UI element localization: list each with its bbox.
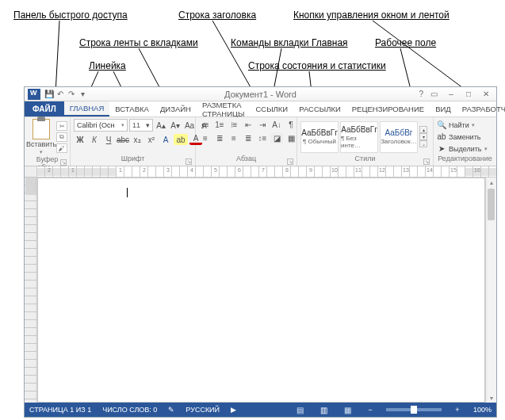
highlight-icon[interactable]: ab	[174, 134, 188, 145]
svg-line-0	[55, 21, 59, 94]
help-icon[interactable]: ?	[419, 90, 423, 98]
replace-button[interactable]: ab Заменить	[437, 132, 480, 143]
multilevel-list-icon[interactable]: ⁝≡	[228, 119, 240, 130]
subscript-icon[interactable]: x₂	[131, 134, 143, 145]
shrink-font-icon[interactable]: A▾	[169, 120, 182, 131]
ribbon-display-options-icon[interactable]: ▭	[425, 87, 442, 100]
find-icon: 🔍	[437, 120, 446, 130]
underline-icon[interactable]: Ч	[102, 134, 115, 145]
bullets-icon[interactable]: •≡	[199, 119, 212, 130]
font-dialog-launcher[interactable]: ↘	[186, 158, 192, 165]
group-clipboard: Вставить ▾ ✂ ⧉ 🖌 Буфер обм… ↘	[25, 117, 71, 166]
text-effects-icon[interactable]: A	[159, 134, 172, 145]
styles-down-icon[interactable]: ▾	[419, 133, 427, 140]
group-paragraph-label: Абзац ↘	[199, 155, 293, 166]
close-button[interactable]: ✕	[477, 87, 495, 100]
view-read-icon[interactable]: ▤	[294, 404, 307, 415]
borders-icon[interactable]: ▦	[285, 132, 297, 143]
qat-customize-icon[interactable]: ▾	[77, 90, 88, 99]
group-editing: 🔍 Найти▾ ab Заменить ➤ Выделить▾ Редакти…	[434, 117, 496, 166]
vertical-ruler[interactable]	[25, 178, 37, 403]
group-font-label: Шрифт ↘	[74, 155, 192, 166]
font-family-combo[interactable]: Calibri (Осн ▾	[74, 119, 128, 132]
paste-button[interactable]: Вставить ▾	[28, 119, 55, 155]
styles-up-icon[interactable]: ▴	[419, 126, 427, 133]
justify-icon[interactable]: ≣	[242, 132, 254, 143]
scroll-down-icon[interactable]: ▾	[486, 393, 496, 403]
tab-page-layout[interactable]: РАЗМЕТКА СТРАНИЦЫ	[197, 101, 251, 116]
group-paragraph: •≡ 1≡ ⁝≡ ⇤ ⇥ A↓ ¶ ≡ ≣ ≡ ≣ ↕≡ ◪ ▦	[196, 117, 297, 166]
document-page[interactable]	[37, 178, 485, 403]
shading-icon[interactable]: ◪	[270, 132, 283, 143]
tab-mailings[interactable]: РАССЫЛКИ	[293, 101, 346, 116]
annotation-ribbon-tabs: Строка ленты с вкладками	[79, 37, 198, 48]
tab-developer[interactable]: РАЗРАБОТЧИК	[457, 101, 505, 116]
tab-view[interactable]: ВИД	[430, 101, 457, 116]
status-macro-icon[interactable]: ▶	[231, 406, 236, 414]
style-no-spacing[interactable]: АаБбВвГг ¶ Без инте…	[340, 121, 378, 153]
zoom-in-button[interactable]: +	[453, 406, 462, 414]
tab-home[interactable]: ГЛАВНАЯ	[64, 101, 110, 116]
view-web-icon[interactable]: ▦	[342, 404, 354, 415]
group-font: Calibri (Осн ▾ 11 ▾ A▴ A▾ Aa A̷ Ж К Ч	[71, 117, 196, 166]
status-proofing-icon[interactable]: ✎	[168, 406, 174, 414]
italic-icon[interactable]: К	[88, 134, 101, 145]
zoom-slider[interactable]	[386, 408, 442, 411]
ruler-corner	[25, 166, 37, 178]
styles-more-icon[interactable]: ⌄	[419, 140, 427, 147]
decrease-indent-icon[interactable]: ⇤	[242, 119, 254, 130]
group-editing-label: Редактирование	[437, 155, 493, 166]
zoom-value[interactable]: 100%	[473, 406, 492, 414]
change-case-icon[interactable]: Aa	[183, 120, 196, 131]
align-right-icon[interactable]: ≡	[228, 132, 240, 143]
cut-icon[interactable]: ✂	[56, 121, 67, 131]
align-center-icon[interactable]: ≣	[213, 132, 226, 143]
annotation-title-bar: Строка заголовка	[178, 10, 256, 21]
zoom-out-button[interactable]: −	[365, 406, 375, 414]
status-words[interactable]: ЧИСЛО СЛОВ: 0	[102, 406, 157, 414]
maximize-button[interactable]: □	[460, 87, 477, 100]
window-title: Документ1 - Word	[224, 90, 296, 99]
styles-dialog-launcher[interactable]: ↘	[423, 158, 430, 165]
status-page[interactable]: СТРАНИЦА 1 ИЗ 1	[29, 406, 91, 414]
tab-review[interactable]: РЕЦЕНЗИРОВАНИЕ	[346, 101, 430, 116]
document-area: ▴ ▾	[25, 178, 496, 403]
grow-font-icon[interactable]: A▴	[155, 120, 167, 131]
styles-gallery-scroll[interactable]: ▴ ▾ ⌄	[419, 123, 429, 151]
superscript-icon[interactable]: x²	[145, 134, 158, 145]
sort-icon[interactable]: A↓	[270, 119, 283, 130]
qat-undo-icon[interactable]: ↶	[55, 90, 66, 99]
font-size-combo[interactable]: 11 ▾	[129, 119, 153, 132]
clipboard-dialog-launcher[interactable]: ↘	[60, 159, 67, 166]
tab-file[interactable]: ФАЙЛ	[25, 101, 64, 116]
bold-icon[interactable]: Ж	[74, 134, 86, 145]
group-styles: АаБбВвГг ¶ Обычный АаБбВвГг ¶ Без инте… …	[297, 117, 434, 166]
qat-redo-icon[interactable]: ↷	[66, 90, 77, 99]
style-normal[interactable]: АаБбВвГг ¶ Обычный	[300, 121, 339, 153]
select-button[interactable]: ➤ Выделить▾	[437, 143, 488, 155]
find-button[interactable]: 🔍 Найти▾	[437, 120, 475, 131]
title-bar: 💾 ↶ ↷ ▾ Документ1 - Word ? ▭ – □ ✕	[25, 87, 496, 101]
vertical-scrollbar[interactable]: ▴ ▾	[485, 178, 496, 403]
strikethrough-icon[interactable]: abc	[117, 134, 129, 145]
paragraph-dialog-launcher[interactable]: ↘	[287, 158, 293, 165]
status-language[interactable]: РУССКИЙ	[186, 406, 220, 414]
scroll-up-icon[interactable]: ▴	[486, 178, 496, 187]
view-print-icon[interactable]: ▥	[318, 404, 331, 415]
line-spacing-icon[interactable]: ↕≡	[256, 132, 269, 143]
copy-icon[interactable]: ⧉	[56, 132, 67, 142]
show-marks-icon[interactable]: ¶	[285, 119, 297, 130]
tab-insert[interactable]: ВСТАВКА	[109, 101, 155, 116]
qat-save-icon[interactable]: 💾	[44, 90, 55, 99]
style-heading[interactable]: АаБбВг Заголовок…	[380, 121, 418, 153]
tab-references[interactable]: ССЫЛКИ	[250, 101, 293, 116]
minimize-button[interactable]: –	[442, 87, 460, 100]
scroll-thumb[interactable]	[488, 189, 495, 220]
align-left-icon[interactable]: ≡	[199, 132, 212, 143]
group-styles-label: Стили ↘	[300, 155, 430, 166]
horizontal-ruler[interactable]: 21 123 456 789 101112 131415 16	[25, 166, 496, 178]
tab-design[interactable]: ДИЗАЙН	[155, 101, 197, 116]
increase-indent-icon[interactable]: ⇥	[256, 119, 269, 130]
format-painter-icon[interactable]: 🖌	[56, 143, 67, 153]
numbering-icon[interactable]: 1≡	[213, 119, 226, 130]
